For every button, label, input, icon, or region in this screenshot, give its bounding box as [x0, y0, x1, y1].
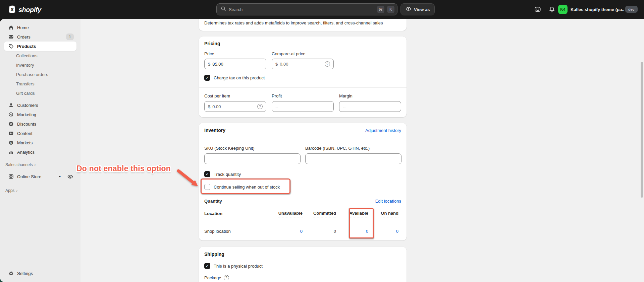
physical-product-label: This is a physical product — [214, 264, 263, 269]
package-label: Package — [204, 275, 221, 280]
sidebar-item-gift-cards[interactable]: Gift cards — [4, 88, 76, 98]
sidebar-item-label: Gift cards — [16, 91, 35, 96]
sidebar-item-transfers[interactable]: Transfers — [4, 79, 76, 88]
sidebar-item-home[interactable]: Home — [4, 23, 76, 32]
gear-icon — [8, 271, 14, 276]
sku-input[interactable] — [204, 153, 301, 164]
barcode-label: Barcode (ISBN, UPC, GTIN, etc.) — [305, 146, 370, 151]
sidebar-item-online-store[interactable]: Online Store • — [4, 172, 76, 181]
track-quantity-checkbox[interactable]: ✓ — [204, 171, 210, 177]
sidebar-item-label: Orders — [17, 34, 31, 40]
sidebar-item-label: Products — [17, 44, 36, 49]
sidebar-item-label: Content — [17, 131, 33, 136]
margin-value: -- — [343, 104, 346, 109]
profit-value: -- — [275, 104, 278, 109]
orders-icon — [8, 34, 14, 40]
sidebar-item-purchase-orders[interactable]: Purchase orders — [4, 70, 76, 79]
barcode-input[interactable] — [305, 153, 401, 164]
divider — [199, 222, 407, 222]
sidebar-item-content[interactable]: Content — [4, 129, 76, 138]
column-header-unavailable[interactable]: Unavailable — [266, 211, 303, 217]
location-cell: Shop location — [204, 229, 266, 234]
avatar[interactable]: K4 — [558, 5, 568, 14]
svg-text:$: $ — [10, 141, 12, 144]
sidebar-item-customers[interactable]: Customers — [4, 100, 76, 110]
preview-eye-icon[interactable] — [67, 174, 73, 180]
bell-icon[interactable] — [548, 6, 555, 13]
apps-header[interactable]: Apps › — [5, 188, 76, 194]
currency-prefix: $ — [275, 62, 278, 67]
sidebar-item-inventory[interactable]: Inventory — [4, 60, 76, 70]
help-icon[interactable]: ? — [224, 275, 229, 280]
cost-per-item-input[interactable]: $ 0.00 ? — [204, 101, 266, 112]
cost-per-item-value: 0.00 — [212, 104, 221, 109]
price-input[interactable]: $ 85.00 — [204, 59, 266, 69]
inventory-title: Inventory — [204, 128, 225, 133]
sidebar-item-label: Transfers — [16, 81, 34, 86]
help-icon[interactable]: ? — [325, 61, 330, 67]
profit-input[interactable]: -- — [272, 101, 334, 112]
sidebar-item-markets[interactable]: $ Markets — [4, 138, 76, 147]
shopify-wordmark: shopify — [18, 6, 41, 14]
products-icon — [8, 44, 14, 49]
sales-channels-header[interactable]: Sales channels › — [5, 162, 76, 168]
annotation-text: Do not enable this option — [76, 164, 171, 173]
charge-tax-checkbox[interactable]: ✓ — [204, 75, 210, 81]
shipping-card: Shipping ✓ This is a physical product Pa… — [199, 247, 407, 282]
sidebar-item-label: Marketing — [17, 112, 36, 117]
view-as-label: View as — [414, 7, 430, 12]
sidebar-item-orders[interactable]: Orders 1 — [4, 32, 76, 42]
edit-locations-link[interactable]: Edit locations — [375, 199, 401, 204]
chat-icon[interactable] — [534, 6, 541, 13]
sidebar-item-label: Settings — [17, 271, 33, 276]
store-name[interactable]: Kalles shopify theme (pa... — [571, 7, 624, 12]
marketing-icon — [8, 112, 14, 118]
shopify-bag-icon: S — [8, 4, 16, 15]
physical-product-row: ✓ This is a physical product — [204, 263, 263, 269]
orders-count-badge: 1 — [66, 33, 74, 40]
category-helper-text: Determines tax rates and adds metafields… — [204, 20, 383, 25]
online-store-icon — [8, 174, 14, 180]
view-as-button[interactable]: View as — [400, 3, 435, 15]
sidebar-item-label: Analytics — [17, 150, 35, 155]
charge-tax-row: ✓ Charge tax on this product — [204, 75, 265, 81]
sidebar-item-analytics[interactable]: Analytics — [4, 147, 76, 157]
sidebar-item-discounts[interactable]: Discounts — [4, 119, 76, 129]
chevron-right-icon: › — [34, 162, 36, 167]
column-header-committed[interactable]: Committed — [303, 211, 336, 217]
physical-product-checkbox[interactable]: ✓ — [204, 263, 210, 269]
sidebar-item-label: Collections — [16, 53, 38, 58]
chevron-right-icon: › — [16, 188, 17, 193]
app-frame: Home Orders 1 Products Collections Inven… — [0, 19, 644, 282]
sidebar: Home Orders 1 Products Collections Inven… — [0, 19, 80, 282]
env-badge: dev — [625, 6, 638, 13]
compare-at-price-label: Compare-at price — [272, 51, 305, 56]
cost-per-item-label: Cost per item — [204, 93, 230, 98]
vertical-scrollbar[interactable] — [641, 62, 643, 198]
help-icon[interactable]: ? — [257, 104, 263, 109]
margin-input[interactable]: -- — [339, 101, 401, 112]
shortcut-cmd-key: ⌘ — [377, 6, 384, 13]
shopify-logo[interactable]: S shopify — [8, 4, 41, 15]
svg-text:S: S — [11, 7, 14, 12]
sidebar-item-settings[interactable]: Settings — [4, 269, 76, 278]
sidebar-item-label: Inventory — [16, 63, 34, 68]
sidebar-item-collections[interactable]: Collections — [4, 51, 76, 60]
home-icon — [8, 25, 14, 30]
sidebar-item-label: Markets — [17, 140, 33, 145]
sidebar-item-products[interactable]: Products — [4, 42, 76, 51]
product-organization-card: Determines tax rates and adds metafields… — [199, 19, 407, 31]
unavailable-value-link[interactable]: 0 — [300, 229, 303, 234]
compare-at-price-input[interactable]: $ 0.00 ? — [272, 59, 334, 69]
on-hand-value-link[interactable]: 0 — [396, 229, 398, 234]
search-input[interactable]: Search ⌘ K — [216, 3, 397, 15]
sales-channels-label: Sales channels — [5, 162, 33, 167]
top-bar: S shopify Search ⌘ K View as K4 Ka — [0, 0, 644, 19]
margin-label: Margin — [339, 93, 353, 98]
adjustment-history-link[interactable]: Adjustment history — [365, 128, 401, 133]
shipping-title: Shipping — [204, 252, 224, 257]
apps-label: Apps — [5, 188, 14, 193]
sidebar-item-marketing[interactable]: Marketing — [4, 110, 76, 119]
divider — [199, 87, 407, 88]
avatar-initials: K4 — [560, 7, 565, 12]
